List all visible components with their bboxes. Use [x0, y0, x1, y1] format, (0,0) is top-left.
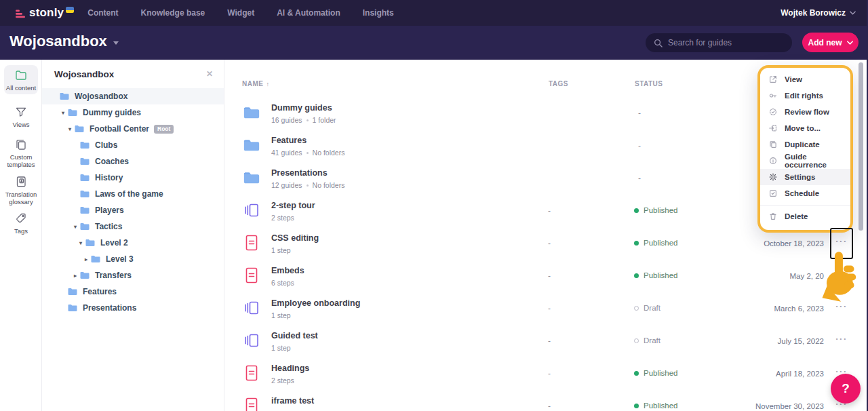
tour-guide-icon [243, 332, 260, 349]
doc-guide-icon [243, 364, 260, 382]
caret-down-icon[interactable]: ▾ [58, 110, 68, 116]
tour-guide-icon [243, 201, 260, 219]
menu-item-review-flow[interactable]: Review flow [760, 104, 850, 120]
target-annotation-box [830, 228, 853, 259]
folder-icon [80, 190, 90, 198]
status-dot-icon [634, 404, 639, 408]
menu-item-view[interactable]: View [760, 71, 850, 87]
topnav-item-knowledge-base[interactable]: Knowledge base [141, 8, 205, 18]
move-to-icon [768, 123, 778, 133]
updated-date: April 18, 2023 [776, 370, 824, 378]
caret-down-icon[interactable]: ▾ [65, 126, 75, 132]
sort-ascending-icon: ↑ [266, 81, 269, 87]
caret-right-icon[interactable]: ▸ [71, 273, 80, 279]
row-context-menu: View Edit rights Review flow Move to... … [757, 65, 853, 233]
tree-item-transfers[interactable]: ▸ Transfers [42, 267, 224, 283]
tree-item-clubs[interactable]: Clubs [42, 137, 224, 153]
caret-right-icon[interactable]: ▸ [81, 256, 91, 262]
workspace-title: Wojosandbox [9, 33, 107, 50]
search-icon [654, 39, 663, 47]
sidebar-item-tags[interactable]: Tags [0, 208, 42, 237]
table-row-css-editing[interactable]: CSS editing 1 step -PublishedOctober 18,… [224, 228, 868, 260]
sidebar-item-all-content[interactable]: All content [0, 65, 42, 94]
tree-item-presentations[interactable]: Presentations [42, 300, 224, 316]
status-dot-icon [634, 338, 639, 343]
table-row-embeds[interactable]: Embeds 6 steps -PublishedMay 2, 20··· [224, 260, 868, 293]
topnav-item-widget[interactable]: Widget [227, 8, 254, 18]
tree-item-level-3[interactable]: ▸ Level 3 [42, 251, 224, 267]
table-row-employee-onboarding[interactable]: Employee onboarding 1 step -DraftMarch 6… [224, 293, 868, 326]
folder-icon [80, 141, 90, 149]
caret-down-icon[interactable]: ▾ [71, 224, 80, 230]
info-icon [768, 156, 778, 165]
tree-panel-title: Wojosandbox [54, 69, 114, 79]
table-row-headings[interactable]: Headings 2 steps -PublishedApril 18, 202… [224, 358, 868, 391]
folder-tree-panel: Wojosandbox ✕ Wojosandbox ▾ Dummy guides… [42, 60, 224, 411]
tree-item-players[interactable]: Players [42, 202, 224, 218]
scrollbar-thumb[interactable] [859, 62, 863, 231]
tags-icon [14, 212, 28, 225]
status-dot-icon [634, 241, 639, 246]
column-header-name[interactable]: NAME↑ [242, 80, 269, 87]
status-badge: Draft [634, 304, 660, 312]
tree-item-dummy-guides[interactable]: ▾ Dummy guides [42, 104, 224, 121]
tree-item-football-center[interactable]: ▾ Football Center Root [42, 121, 224, 137]
menu-item-guide-occurrence[interactable]: Guide occurrence [760, 153, 850, 169]
close-icon[interactable]: ✕ [206, 69, 213, 79]
column-header-status[interactable]: STATUS [635, 80, 663, 87]
updated-date: March 6, 2023 [774, 305, 824, 313]
brand-name: stonly [29, 6, 64, 20]
row-menu-button[interactable]: ··· [833, 301, 850, 311]
sidebar-item-translation-glossary[interactable]: Translation glossary [0, 172, 42, 208]
key-icon [768, 91, 778, 100]
add-new-button[interactable]: Add new [802, 33, 859, 52]
tree-item-wojosandbox[interactable]: Wojosandbox [42, 88, 224, 104]
menu-item-edit-rights[interactable]: Edit rights [760, 87, 850, 104]
topnav-item-ai-automation[interactable]: AI & Automation [277, 8, 340, 18]
status-badge: Published [634, 206, 678, 214]
help-button[interactable]: ? [831, 374, 861, 404]
tree-item-laws-of-the-game[interactable]: Laws of the game [42, 186, 224, 202]
user-menu[interactable]: Wojtek Borowicz [781, 8, 856, 18]
add-new-label: Add new [808, 38, 842, 47]
ukraine-flag-icon [66, 7, 74, 13]
open-external-icon [768, 75, 778, 84]
topnav-item-insights[interactable]: Insights [363, 8, 394, 18]
user-name: Wojtek Borowicz [781, 8, 846, 18]
search-input[interactable] [668, 38, 776, 47]
menu-item-duplicate[interactable]: Duplicate [760, 136, 850, 153]
tree-item-features[interactable]: Features [42, 283, 224, 300]
sidebar-item-custom-templates[interactable]: Custom templates [0, 134, 42, 171]
table-row-iframe-test[interactable]: iframe test -PublishedNovember 30, 2023·… [224, 391, 868, 411]
row-menu-button[interactable]: ··· [833, 269, 850, 279]
custom-templates-icon [14, 138, 28, 151]
stonly-logo-icon [16, 9, 26, 19]
menu-item-move-to[interactable]: Move to... [760, 120, 850, 136]
caret-down-icon[interactable]: ▾ [76, 240, 85, 246]
tree-item-level-2[interactable]: ▾ Level 2 [42, 235, 224, 251]
folder-icon [68, 288, 77, 296]
status-badge: Published [634, 271, 678, 279]
menu-item-schedule[interactable]: Schedule [760, 185, 850, 201]
views-filter-icon [14, 105, 28, 119]
status-empty: - [638, 174, 641, 183]
stonly-logo[interactable]: stonly [16, 6, 74, 20]
status-dot-icon [634, 371, 639, 376]
menu-item-settings[interactable]: Settings [760, 169, 850, 185]
topnav-item-content[interactable]: Content [87, 8, 118, 18]
table-row-guided-test[interactable]: Guided test 1 step -DraftJuly 15, 2022··… [224, 326, 868, 358]
tree-item-coaches[interactable]: Coaches [42, 153, 224, 170]
tree-item-tactics[interactable]: ▾ Tactics [42, 218, 224, 235]
folder-icon [80, 222, 90, 231]
doc-guide-icon [243, 234, 260, 252]
workspace-header: Wojosandbox Add new [0, 26, 868, 60]
sidebar-item-views[interactable]: Views [0, 102, 42, 131]
row-menu-button[interactable]: ··· [833, 334, 850, 344]
workspace-title-dropdown[interactable]: Wojosandbox [9, 33, 119, 50]
tags-empty: - [548, 304, 551, 313]
schedule-check-icon [768, 189, 778, 198]
menu-item-delete[interactable]: Delete [760, 208, 850, 224]
column-header-tags[interactable]: TAGS [549, 80, 568, 87]
left-icon-rail: All content Views Custom templates Trans… [0, 60, 42, 411]
tree-item-history[interactable]: History [42, 170, 224, 186]
